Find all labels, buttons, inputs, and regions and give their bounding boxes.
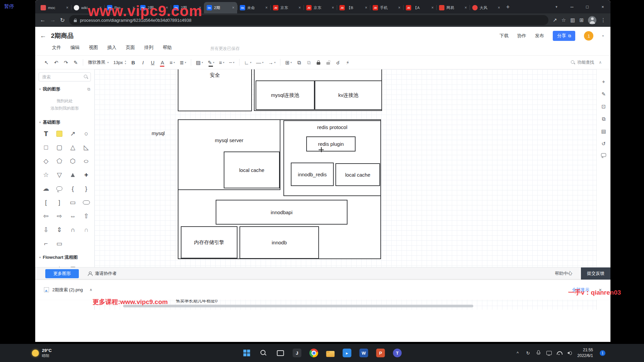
connector-line-button[interactable]: — ▾ xyxy=(256,60,263,65)
weather-widget[interactable]: 29°C 晴朗 xyxy=(32,344,52,362)
back-icon[interactable]: ← xyxy=(40,17,46,23)
shape-cloud[interactable]: ☁ xyxy=(39,182,53,195)
connector-style-button[interactable]: ∟ ▾ xyxy=(244,60,252,65)
menu-file[interactable]: 文件 xyxy=(52,45,61,51)
lock-button[interactable]: ▾ xyxy=(316,60,321,65)
pan-icon[interactable]: ⌖ xyxy=(601,79,607,85)
tab-untitled[interactable]: On 未命 × xyxy=(237,2,270,13)
tab-netease[interactable]: 网易 × xyxy=(436,2,470,13)
flowchart-section[interactable]: ▾ Flowchart 流程图 xyxy=(35,250,94,262)
shape-square[interactable]: □ xyxy=(39,140,53,154)
shape-text[interactable]: T xyxy=(39,127,53,140)
invite-collaborators-button[interactable]: 邀请协作者 xyxy=(88,270,117,277)
shape-brace-right[interactable]: } xyxy=(79,182,93,195)
task-view-button[interactable] xyxy=(276,349,285,357)
tab-close-button[interactable]: × xyxy=(398,5,400,10)
tab-close-button[interactable]: × xyxy=(498,5,500,10)
tab-jd-phone[interactable]: JD 手机 × xyxy=(370,2,403,13)
box-kv-pool[interactable]: kv连接池 xyxy=(315,80,382,110)
download-button[interactable]: 下载 xyxy=(499,33,508,39)
line-style-button[interactable]: ┄ ▾ xyxy=(229,60,234,65)
bring-forward-button[interactable]: ⧉ ▾ xyxy=(297,60,302,65)
box-security[interactable]: 安全 xyxy=(178,69,252,111)
close-window-button[interactable]: × xyxy=(595,0,610,13)
notification-badge[interactable]: 1 xyxy=(600,350,605,356)
sync-icon[interactable]: ↻ xyxy=(525,350,531,356)
powerpoint-icon[interactable]: P xyxy=(376,349,385,357)
box-mysql-pool[interactable]: mysql连接池 xyxy=(256,80,315,110)
recorder-pause-overlay[interactable]: 暂停 xyxy=(4,3,14,10)
shape-diamond[interactable]: ◇ xyxy=(39,154,53,168)
shape-rounded-square[interactable]: ▢ xyxy=(53,140,66,154)
menu-insert[interactable]: 插入 xyxy=(107,45,116,51)
shape-rectangle[interactable]: ▭ xyxy=(66,195,79,209)
pages-icon[interactable]: ⧉ xyxy=(601,116,607,122)
document-title[interactable]: 2期商品 xyxy=(51,32,74,40)
shape-arrow-right[interactable]: ⇨ xyxy=(53,209,66,223)
menu-edit[interactable]: 编辑 xyxy=(70,45,79,51)
split-screen-icon[interactable]: ⊞ xyxy=(579,17,584,23)
shape-rect-wide[interactable]: ▭ xyxy=(53,237,66,250)
menu-page[interactable]: 页面 xyxy=(126,45,135,51)
line-spacing-button[interactable]: ≣ ▾ xyxy=(180,60,186,65)
shape-capsule[interactable] xyxy=(79,195,93,209)
help-center-link[interactable]: 帮助中心 xyxy=(555,270,572,277)
share-icon[interactable]: ↗ xyxy=(553,17,557,23)
font-size-select[interactable]: 13px ▴ ▾ xyxy=(113,60,126,65)
outline-icon[interactable]: ▤ xyxy=(601,128,607,134)
shape-search-input[interactable] xyxy=(39,72,91,81)
shape-inverted-triangle[interactable]: ▽ xyxy=(53,168,66,182)
start-button[interactable] xyxy=(243,349,251,357)
chrome-icon[interactable] xyxy=(310,349,318,357)
shape-arrow[interactable]: ↗ xyxy=(66,127,79,140)
box-innodbapi[interactable]: innodbapi xyxy=(216,200,347,225)
downloaded-filename[interactable]: 2期搜索 (2).png xyxy=(52,287,83,293)
underline-button[interactable]: U ▾ xyxy=(150,60,155,65)
bookmark-star-icon[interactable]: ☆ xyxy=(561,17,566,23)
user-avatar[interactable]: 1 xyxy=(584,31,593,41)
tab-search-button[interactable]: ▾ xyxy=(549,0,564,13)
shape-hexagon[interactable]: ⬡ xyxy=(66,154,79,168)
basic-shapes-section[interactable]: ▾ 基础图形 xyxy=(35,115,94,127)
beautify-button[interactable]: ⚡ ▾ xyxy=(345,60,350,65)
horizontal-scrollbar[interactable] xyxy=(123,305,473,307)
tab-close-button[interactable]: × xyxy=(232,5,234,10)
menu-view[interactable]: 视图 xyxy=(89,45,98,51)
tab-jd-1[interactable]: JD 京东 × xyxy=(270,2,304,13)
shape-corner[interactable]: ⌐ xyxy=(39,237,53,250)
shape-arrow-up[interactable]: ⇧ xyxy=(79,209,93,223)
font-color-button[interactable]: A ▾ xyxy=(160,60,165,65)
box-local-cache-2[interactable]: local cache xyxy=(335,163,380,186)
box-innodb[interactable]: innodb xyxy=(239,226,319,259)
my-shapes-section[interactable]: ▾ 我的图形 ⧉ xyxy=(35,82,94,94)
box-redis-plugin[interactable]: redis plugin xyxy=(306,136,356,152)
select-tool-icon[interactable]: ↖ ▾ xyxy=(44,60,49,65)
shape-trapezoid[interactable] xyxy=(66,168,79,182)
tab-close-button[interactable]: × xyxy=(299,5,301,10)
redo-icon[interactable]: ↷ ▾ xyxy=(63,60,68,65)
teams-icon[interactable]: T xyxy=(393,349,402,357)
shape-circle[interactable]: ○ xyxy=(79,127,93,140)
line-color-button[interactable]: ✎ ▾ xyxy=(208,60,214,65)
shape-sticky-note[interactable] xyxy=(53,127,66,140)
reload-icon[interactable]: ↻ xyxy=(60,17,65,24)
publish-button[interactable]: 发布 xyxy=(535,33,544,39)
box-innodb-redis[interactable]: innodb_redis xyxy=(291,163,334,186)
feedback-button[interactable]: 提交反馈 xyxy=(581,267,610,280)
shape-pentagon[interactable]: ⬠ xyxy=(53,154,66,168)
browser-profile-avatar[interactable] xyxy=(588,16,596,24)
fit-view-icon[interactable]: ⊡ xyxy=(601,104,607,110)
italic-button[interactable]: I ▾ xyxy=(141,60,146,65)
download-options-icon[interactable]: ∧ xyxy=(90,288,92,292)
tab-close-button[interactable]: × xyxy=(265,5,268,10)
explorer-icon[interactable] xyxy=(326,351,335,357)
shape-right-triangle[interactable]: ◺ xyxy=(79,140,93,154)
reading-list-icon[interactable]: ▥ xyxy=(570,17,575,23)
font-family-select[interactable]: 微软雅黑 ▾ xyxy=(88,59,109,65)
shape-bracket-left[interactable]: [ xyxy=(39,195,53,209)
box-local-cache[interactable]: local cache xyxy=(224,152,280,188)
shape-star[interactable]: ☆ xyxy=(39,168,53,182)
volume-icon[interactable] xyxy=(567,350,573,356)
size-spinner[interactable]: ▴ ▾ xyxy=(125,60,126,65)
connector-arrow-button[interactable]: → ▾ xyxy=(268,60,275,65)
